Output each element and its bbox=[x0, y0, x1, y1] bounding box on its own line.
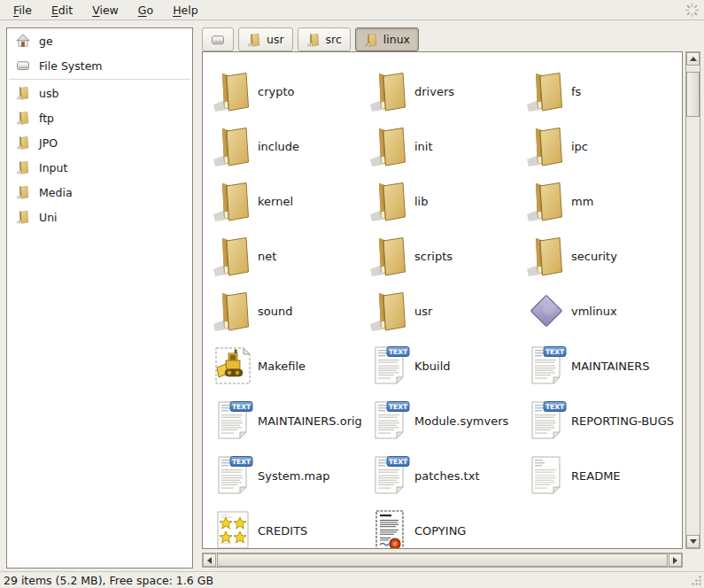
file-item[interactable]: net bbox=[212, 235, 368, 277]
path-button[interactable]: src bbox=[298, 27, 351, 51]
file-item[interactable]: TEXT Kbuild bbox=[368, 344, 525, 387]
up-arrow-icon bbox=[690, 57, 697, 61]
folder-icon bbox=[368, 235, 411, 277]
sidebar-place-item[interactable]: ge bbox=[7, 28, 192, 53]
folder-icon bbox=[16, 210, 30, 224]
file-item[interactable]: mm bbox=[525, 180, 682, 222]
folder-icon bbox=[212, 290, 254, 332]
file-item-label: System.map bbox=[258, 469, 330, 483]
file-item-label: drivers bbox=[414, 85, 454, 98]
folder-icon bbox=[212, 125, 254, 167]
file-item[interactable]: TEXT patches.txt bbox=[368, 454, 525, 497]
file-item[interactable]: TEXT MAINTAINERS.orig bbox=[212, 399, 368, 442]
left-arrow-icon bbox=[207, 557, 212, 564]
file-item[interactable]: lib bbox=[368, 180, 525, 222]
sidebar-separator bbox=[9, 79, 190, 80]
path-button[interactable] bbox=[202, 27, 234, 51]
text-icon: TEXT bbox=[525, 399, 568, 442]
folder-icon bbox=[364, 33, 378, 47]
sidebar-bookmark-item[interactable]: usb bbox=[7, 81, 192, 105]
file-item[interactable]: ipc bbox=[525, 125, 682, 167]
scroll-right-button[interactable] bbox=[669, 553, 682, 567]
svg-text:TEXT: TEXT bbox=[389, 348, 408, 356]
sidebar-item-label: ge bbox=[39, 35, 53, 48]
file-manager-window: File Edit View Go Help bbox=[0, 0, 704, 588]
file-item[interactable]: include bbox=[212, 125, 368, 167]
sidebar-bookmark-item[interactable]: Input bbox=[7, 155, 192, 180]
menu-item-label: View bbox=[92, 4, 119, 17]
file-item[interactable]: CREDITS bbox=[212, 509, 368, 549]
file-item-label: init bbox=[414, 140, 433, 153]
menu-item[interactable]: File bbox=[4, 0, 42, 19]
places-group: ge File System bbox=[7, 28, 192, 78]
credits-icon bbox=[212, 509, 254, 549]
file-item[interactable]: kernel bbox=[212, 180, 368, 222]
resize-grip[interactable] bbox=[690, 574, 702, 586]
path-button[interactable]: linux bbox=[355, 27, 419, 51]
menu-item[interactable]: Edit bbox=[42, 0, 82, 19]
file-item[interactable]: sound bbox=[212, 290, 368, 332]
scroll-left-button[interactable] bbox=[203, 553, 216, 567]
scroll-down-button[interactable] bbox=[686, 535, 700, 548]
sidebar-bookmark-item[interactable]: JPO bbox=[7, 130, 192, 155]
menu-item-label: Edit bbox=[51, 4, 73, 17]
menu-item-label: Go bbox=[138, 4, 153, 17]
file-item[interactable]: vmlinux bbox=[525, 290, 682, 332]
menu-item-label: File bbox=[13, 4, 32, 17]
file-item[interactable]: TEXT REPORTING-BUGS bbox=[525, 399, 682, 442]
text-icon: TEXT bbox=[212, 454, 254, 497]
file-item-label: patches.txt bbox=[414, 469, 480, 483]
file-item[interactable]: README bbox=[525, 454, 682, 497]
sidebar-item-label: ftp bbox=[39, 112, 54, 125]
file-item-label: MAINTAINERS bbox=[571, 360, 650, 373]
file-item[interactable]: COPYING bbox=[368, 509, 525, 549]
file-item[interactable]: fs bbox=[525, 70, 682, 112]
vertical-scrollbar-thumb[interactable] bbox=[686, 72, 700, 117]
busy-spinner-icon bbox=[683, 1, 701, 19]
menu-item[interactable]: Help bbox=[163, 0, 208, 19]
file-item[interactable]: scripts bbox=[368, 235, 525, 277]
sidebar-place-item[interactable]: File System bbox=[7, 53, 192, 78]
sidebar-item-label: JPO bbox=[39, 136, 58, 150]
file-item[interactable]: TEXT Module.symvers bbox=[368, 399, 525, 442]
file-item-label: REPORTING-BUGS bbox=[571, 414, 674, 428]
folder-icon bbox=[247, 33, 261, 47]
file-item[interactable]: TEXT MAINTAINERS bbox=[525, 344, 682, 387]
folder-icon bbox=[368, 125, 411, 167]
file-item[interactable]: TEXT System.map bbox=[212, 454, 368, 497]
sidebar-bookmark-item[interactable]: Media bbox=[7, 180, 192, 205]
text-icon: TEXT bbox=[368, 344, 411, 387]
file-item[interactable]: crypto bbox=[212, 70, 368, 112]
sidebar-bookmark-item[interactable]: ftp bbox=[7, 105, 192, 130]
vmlinux-icon bbox=[525, 290, 568, 332]
file-item[interactable]: security bbox=[525, 235, 682, 277]
file-item-label: include bbox=[258, 140, 299, 153]
sidebar-bookmark-item[interactable]: Uni bbox=[7, 205, 192, 229]
text-icon: TEXT bbox=[368, 454, 411, 497]
svg-text:TEXT: TEXT bbox=[389, 403, 408, 411]
folder-icon bbox=[525, 180, 568, 222]
file-item[interactable]: drivers bbox=[368, 70, 525, 112]
scroll-up-button[interactable] bbox=[686, 52, 700, 66]
drive-icon bbox=[211, 33, 225, 47]
menu-item[interactable]: Go bbox=[128, 0, 163, 19]
file-item-label: Module.symvers bbox=[414, 414, 508, 428]
menu-item[interactable]: View bbox=[82, 0, 128, 19]
file-item[interactable]: Makefile bbox=[212, 344, 368, 387]
folder-icon bbox=[212, 180, 254, 222]
sidebar-item-label: usb bbox=[39, 87, 58, 100]
sidebar-item-label: Media bbox=[39, 186, 73, 199]
path-button-label: linux bbox=[383, 33, 410, 46]
svg-text:TEXT: TEXT bbox=[545, 348, 565, 356]
horizontal-scrollbar[interactable] bbox=[202, 553, 683, 568]
file-item[interactable]: init bbox=[368, 125, 525, 167]
right-arrow-icon bbox=[673, 557, 677, 564]
file-item-label: scripts bbox=[414, 250, 453, 263]
path-button[interactable]: usr bbox=[238, 27, 293, 51]
folder-icon bbox=[16, 111, 30, 125]
sidebar-item-label: File System bbox=[39, 59, 103, 73]
file-item[interactable]: usr bbox=[368, 290, 525, 332]
vertical-scrollbar[interactable] bbox=[685, 51, 700, 549]
horizontal-scrollbar-thumb[interactable] bbox=[217, 553, 668, 567]
file-item-label: kernel bbox=[258, 195, 293, 208]
